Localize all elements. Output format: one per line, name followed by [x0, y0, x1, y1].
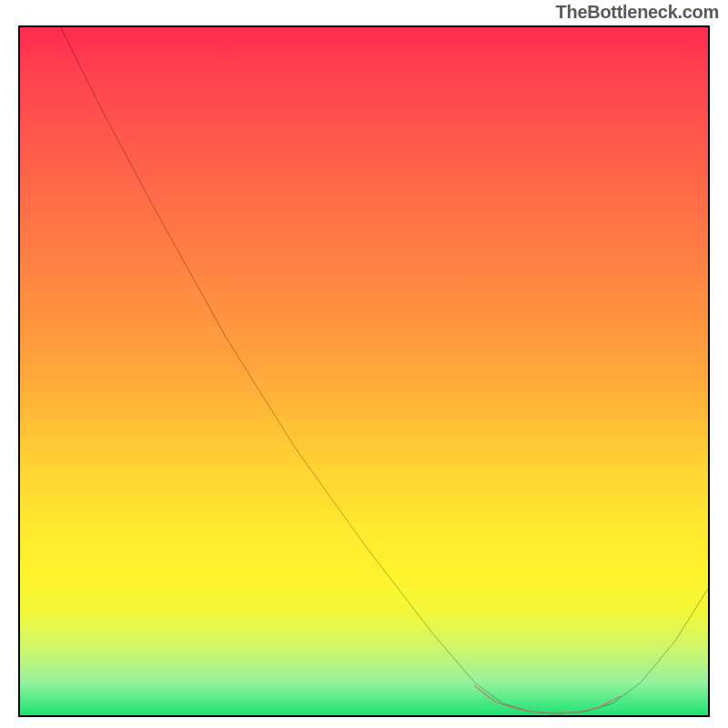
- chart-svg-overlay: [18, 25, 710, 717]
- chart-container: [18, 25, 710, 717]
- highlight-region: [475, 686, 621, 713]
- watermark-text: TheBottleneck.com: [556, 2, 719, 23]
- curve-line: [60, 25, 710, 713]
